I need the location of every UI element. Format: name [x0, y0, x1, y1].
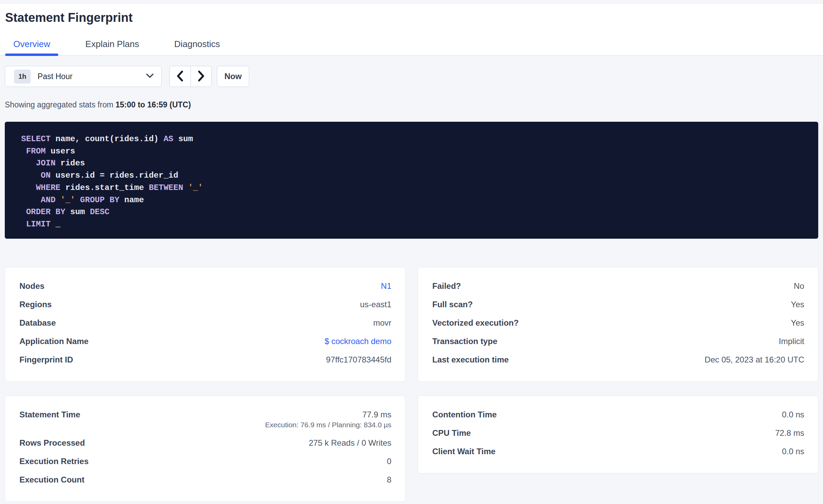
row-value: 97ffc170783445fd	[326, 355, 391, 365]
summary-row: Execution Count8	[19, 475, 391, 485]
row-value: 72.8 ms	[775, 428, 804, 438]
tab-explain-plans[interactable]: Explain Plans	[77, 39, 147, 55]
prev-time-button[interactable]	[170, 66, 191, 87]
sql-token-id: rides.start_time	[60, 183, 149, 192]
sql-line: ON users.id = rides.rider_id	[21, 169, 808, 182]
sql-token-id: name, count(rides.id)	[50, 134, 163, 144]
summary-row: Last execution timeDec 05, 2023 at 16:20…	[432, 355, 804, 365]
row-value: 77.9 ms	[265, 410, 391, 420]
sql-token-kw: DESC	[90, 207, 110, 217]
row-value-wrap: us-east1	[360, 299, 391, 310]
sql-token-str: '_'	[188, 183, 203, 192]
row-value-wrap: 275 k Reads / 0 Writes	[309, 438, 391, 448]
row-label: CPU Time	[432, 428, 471, 438]
next-time-button[interactable]	[191, 66, 212, 87]
sql-token-id	[21, 171, 41, 180]
sql-token-kw: JOIN	[36, 159, 56, 168]
row-value: 275 k Reads / 0 Writes	[309, 438, 391, 448]
row-value-link[interactable]: $ cockroach demo	[325, 336, 391, 346]
row-value: 8	[387, 475, 391, 485]
summary-row: Application Name$ cockroach demo	[19, 336, 391, 346]
row-value-wrap: Yes	[791, 318, 804, 328]
summary-row: Transaction typeImplicit	[432, 336, 804, 346]
tab-diagnostics-label: Diagnostics	[174, 39, 220, 49]
timing-panels: Statement Time77.9 msExecution: 76.9 ms …	[5, 396, 818, 502]
row-value-wrap: 8	[387, 475, 391, 485]
summary-row: Contention Time0.0 ns	[432, 410, 804, 420]
tab-overview[interactable]: Overview	[5, 39, 58, 55]
statement-timing-panel: Statement Time77.9 msExecution: 76.9 ms …	[5, 396, 405, 502]
sql-line: FROM users	[21, 145, 808, 158]
sql-line: ORDER BY sum DESC	[21, 206, 808, 218]
row-value-wrap: 0.0 ns	[782, 410, 804, 420]
tab-diagnostics[interactable]: Diagnostics	[166, 39, 228, 55]
row-label: Client Wait Time	[432, 446, 495, 457]
row-subvalue: Execution: 76.9 ms / Planning: 834.0 µs	[265, 420, 391, 430]
row-value: Yes	[791, 299, 804, 310]
sql-token-id: users.id = rides.rider_id	[50, 171, 178, 180]
row-label: Rows Processed	[19, 438, 85, 448]
row-value-wrap: Dec 05, 2023 at 16:20 UTC	[705, 355, 804, 365]
row-value: Implicit	[779, 336, 804, 346]
summary-row: NodesN1	[19, 281, 391, 291]
sql-token-id	[56, 195, 60, 205]
time-nav-group	[169, 66, 212, 87]
tab-explain-plans-label: Explain Plans	[85, 39, 139, 49]
row-value-wrap: Implicit	[779, 336, 804, 346]
row-value: 0	[387, 456, 391, 466]
row-value-wrap: movr	[373, 318, 391, 328]
sql-token-kw: WHERE	[36, 183, 60, 192]
time-range-label: Past Hour	[38, 72, 146, 81]
sql-token-id: _	[50, 220, 60, 229]
sql-token-kw: GROUP BY	[80, 195, 119, 205]
active-tab-underline	[5, 54, 58, 56]
sql-token-str: '_'	[60, 195, 75, 205]
row-value-wrap: 72.8 ms	[775, 428, 804, 438]
summary-row: Rows Processed275 k Reads / 0 Writes	[19, 438, 391, 448]
row-label: Execution Count	[19, 475, 85, 485]
interval-badge: 1h	[14, 70, 31, 84]
row-label: Statement Time	[19, 410, 80, 420]
page-content: 1h Past Hour Now Showing aggregated stat…	[0, 66, 823, 502]
now-button[interactable]: Now	[217, 66, 249, 87]
row-label: Contention Time	[432, 410, 497, 420]
row-label: Vectorized execution?	[432, 318, 519, 328]
sql-token-id	[21, 159, 36, 168]
execution-attributes-panel: Failed?NoFull scan?YesVectorized executi…	[418, 267, 818, 382]
sql-token-kw: LIMIT	[26, 220, 50, 229]
page-title: Statement Fingerprint	[0, 12, 823, 24]
sql-statement-box: SELECT name, count(rides.id) AS sum FROM…	[5, 122, 818, 239]
row-value-wrap: No	[794, 281, 804, 291]
summary-row: CPU Time72.8 ms	[432, 428, 804, 438]
sql-token-id	[75, 195, 80, 205]
row-value: 0.0 ns	[782, 410, 804, 420]
row-value-link[interactable]: N1	[381, 281, 391, 291]
time-range-dropdown[interactable]: 1h Past Hour	[5, 66, 162, 87]
sql-token-id	[183, 183, 188, 192]
row-value: 0.0 ns	[782, 446, 804, 457]
row-value: us-east1	[360, 299, 391, 310]
summary-row: Full scan?Yes	[432, 299, 804, 310]
summary-row: Regionsus-east1	[19, 299, 391, 310]
stats-line-prefix: Showing aggregated stats from	[5, 100, 116, 109]
row-label: Regions	[19, 299, 52, 310]
row-label: Last execution time	[432, 355, 509, 365]
sql-token-kw: AS	[164, 134, 174, 144]
aggregated-stats-line: Showing aggregated stats from 15:00 to 1…	[5, 100, 818, 109]
tab-bar: Overview Explain Plans Diagnostics	[0, 39, 823, 56]
sql-token-id	[21, 183, 36, 192]
sql-token-id	[21, 195, 41, 205]
summary-row: Failed?No	[432, 281, 804, 291]
sql-token-kw: SELECT	[21, 134, 50, 144]
sql-token-id	[21, 147, 26, 156]
chevron-down-icon	[146, 73, 154, 80]
sql-line: JOIN rides	[21, 157, 808, 169]
sql-token-id: users	[46, 147, 75, 156]
row-value-wrap: $ cockroach demo	[325, 336, 391, 346]
row-label: Failed?	[432, 281, 461, 291]
sql-token-kw: FROM	[26, 147, 46, 156]
sql-token-id: name	[119, 195, 144, 205]
summary-row: Statement Time77.9 msExecution: 76.9 ms …	[19, 410, 391, 430]
summary-row: Vectorized execution?Yes	[432, 318, 804, 328]
sql-line: LIMIT _	[21, 218, 808, 231]
